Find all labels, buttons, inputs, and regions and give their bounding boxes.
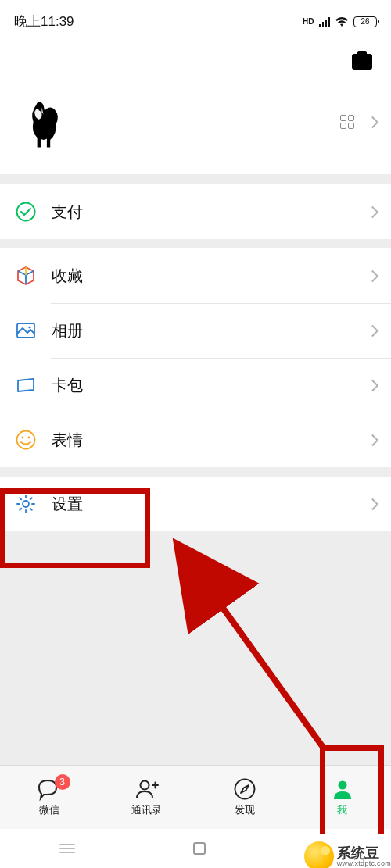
svg-point-7 <box>140 781 149 790</box>
me-icon <box>329 777 356 801</box>
svg-point-4 <box>22 437 24 439</box>
watermark-title: 系统豆 <box>337 846 391 860</box>
svg-line-10 <box>213 594 322 746</box>
menu-group-settings: 设置 <box>0 477 391 531</box>
tab-label: 发现 <box>235 803 255 817</box>
camera-icon[interactable] <box>352 54 372 70</box>
chevron-right-icon <box>367 434 379 446</box>
menu-label: 设置 <box>52 494 368 515</box>
wifi-icon <box>335 16 349 27</box>
profile-card[interactable] <box>0 80 391 174</box>
chevron-right-icon <box>367 379 379 391</box>
tab-discover[interactable]: 发现 <box>196 777 293 817</box>
menu-label: 收藏 <box>52 266 368 287</box>
chevron-right-icon <box>367 270 379 282</box>
tab-chats[interactable]: 3 微信 <box>0 777 98 817</box>
recent-apps-button[interactable] <box>59 848 75 849</box>
tab-label: 通讯录 <box>131 803 162 817</box>
chat-icon: 3 <box>36 777 63 801</box>
watermark-logo <box>304 841 334 868</box>
svg-point-6 <box>23 501 29 507</box>
discover-icon <box>231 777 258 801</box>
chevron-right-icon <box>367 205 379 218</box>
battery-icon: 26 <box>353 16 377 27</box>
favorites-icon <box>14 264 38 288</box>
home-button[interactable] <box>193 842 206 855</box>
svg-point-8 <box>235 780 254 799</box>
status-bar: 晚上11:39 HD 26 <box>0 0 391 43</box>
header-row <box>0 43 391 80</box>
svg-point-3 <box>17 431 35 449</box>
menu-item-cards[interactable]: 卡包 <box>0 358 391 413</box>
chevron-right-icon <box>367 498 379 510</box>
badge: 3 <box>55 774 70 790</box>
menu-label: 卡包 <box>52 375 368 396</box>
profile-actions <box>340 115 377 129</box>
stickers-icon <box>14 428 38 452</box>
svg-point-2 <box>28 326 30 328</box>
watermark-url: www.xtdptc.com <box>337 860 391 867</box>
tab-label: 微信 <box>39 803 59 817</box>
chevron-right-icon <box>367 324 379 337</box>
menu-label: 相册 <box>52 320 368 341</box>
qrcode-icon[interactable] <box>340 115 354 129</box>
menu-item-stickers[interactable]: 表情 <box>0 413 391 467</box>
menu-group-main: 收藏 相册 卡包 表情 <box>0 248 391 467</box>
contacts-icon <box>134 777 160 801</box>
menu-item-pay[interactable]: 支付 <box>0 184 391 239</box>
avatar <box>14 91 75 152</box>
cards-icon <box>14 373 38 397</box>
chevron-right-icon <box>367 116 379 128</box>
pay-icon <box>14 200 38 223</box>
svg-point-9 <box>338 781 346 790</box>
menu-item-favorites[interactable]: 收藏 <box>0 248 391 303</box>
menu-label: 支付 <box>52 202 368 223</box>
tab-label: 我 <box>337 803 347 817</box>
status-icons: HD 26 <box>303 16 377 27</box>
gear-icon <box>14 492 38 516</box>
bottom-tab-bar: 3 微信 通讯录 发现 我 <box>0 765 391 829</box>
svg-point-5 <box>28 437 30 439</box>
tab-me[interactable]: 我 <box>293 777 391 817</box>
menu-item-settings[interactable]: 设置 <box>0 477 391 531</box>
hd-indicator: HD <box>303 17 314 26</box>
status-time: 晚上11:39 <box>14 13 74 30</box>
watermark: 系统豆 www.xtdptc.com <box>304 841 391 868</box>
signal-icon <box>319 17 331 27</box>
menu-label: 表情 <box>52 430 368 451</box>
menu-group-pay: 支付 <box>0 184 391 239</box>
tab-contacts[interactable]: 通讯录 <box>98 777 196 817</box>
menu-item-album[interactable]: 相册 <box>0 303 391 358</box>
svg-point-0 <box>17 203 35 221</box>
album-icon <box>14 319 38 342</box>
